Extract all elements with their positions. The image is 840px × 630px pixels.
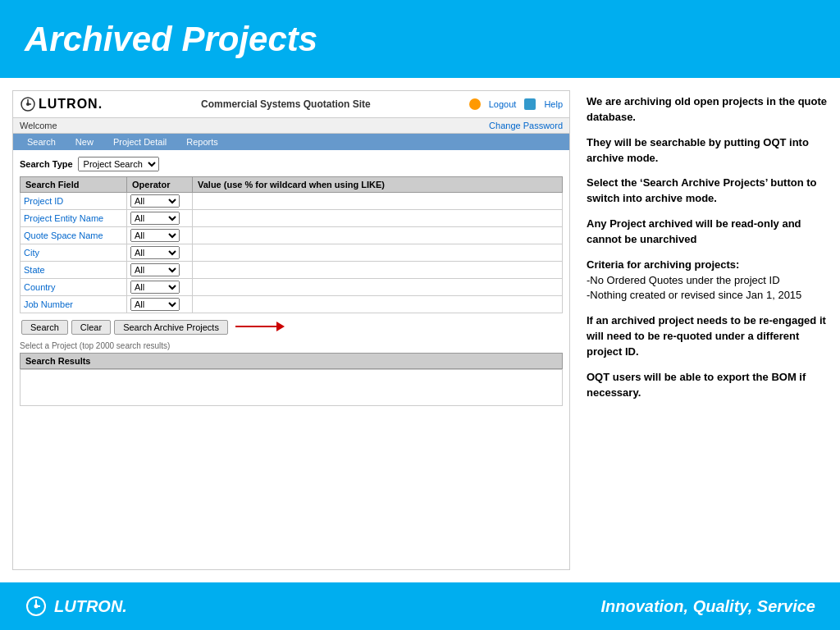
value-input-entity-name[interactable] (196, 213, 541, 223)
app-search-area: Search Type Project Search Search Field … (13, 150, 569, 413)
logout-link[interactable]: Logout (489, 99, 517, 109)
value-entity-name (193, 210, 563, 227)
field-entity-name: Project Entity Name (21, 210, 127, 227)
select-project-hint: Select a Project (top 2000 search result… (20, 341, 563, 350)
svg-point-5 (34, 605, 39, 609)
footer-logo-text: LUTRON. (54, 597, 127, 616)
footer-lutron-icon (25, 595, 48, 618)
operator-select-quote-space[interactable]: All (130, 229, 180, 242)
table-row: Project Entity Name All (21, 210, 563, 227)
lutron-logo-icon (20, 96, 36, 112)
operator-select-state[interactable]: All (130, 263, 180, 276)
value-input-state[interactable] (196, 265, 541, 275)
value-quote-space (193, 227, 563, 244)
clear-button[interactable]: Clear (71, 320, 111, 335)
value-input-quote-space[interactable] (196, 231, 541, 240)
search-archive-button[interactable]: Search Archive Projects (114, 320, 228, 335)
operator-select-city[interactable]: All (130, 246, 180, 259)
footer-logo: LUTRON. (25, 595, 127, 618)
change-password-link[interactable]: Change Password (489, 121, 563, 130)
app-screenshot: LUTRON. Commercial Systems Quotation Sit… (12, 90, 570, 570)
nav-search[interactable]: Search (17, 134, 66, 150)
search-results-header: Search Results (20, 353, 563, 369)
operator-select-country[interactable]: All (130, 281, 180, 294)
criteria-line-2: -Nothing created or revised since Jan 1,… (587, 289, 801, 301)
footer-tagline: Innovation, Quality, Service (600, 597, 815, 616)
app-site-title: Commercial Systems Quotation Site (201, 98, 371, 110)
search-type-label: Search Type (20, 159, 73, 169)
app-logo-text: LUTRON. (39, 97, 103, 112)
field-project-id: Project ID (21, 193, 127, 210)
main-content: LUTRON. Commercial Systems Quotation Sit… (0, 78, 840, 582)
welcome-text: Welcome (20, 121, 57, 130)
desc-paragraph-2: They will be searchable by putting OQT i… (587, 135, 828, 167)
value-city (193, 244, 563, 262)
search-table: Search Field Operator Value (use % for w… (20, 176, 563, 313)
desc-paragraph-5: Criteria for archiving projects: -No Ord… (587, 258, 828, 304)
field-state: State (21, 262, 127, 279)
col-header-value: Value (use % for wildcard when using LIK… (193, 177, 563, 193)
page-title: Archived Projects (25, 20, 317, 59)
operator-city: All (127, 244, 193, 262)
field-job-number: Job Number (21, 296, 127, 313)
search-type-select[interactable]: Project Search (78, 157, 159, 171)
desc-paragraph-7: OQT users will be able to export the BOM… (587, 370, 828, 401)
operator-entity-name: All (127, 210, 193, 227)
table-row: Quote Space Name All (21, 227, 563, 244)
page-header: Archived Projects (0, 0, 840, 78)
nav-reports[interactable]: Reports (176, 134, 228, 150)
description-panel: We are archiving old open projects in th… (582, 90, 828, 570)
app-header: LUTRON. Commercial Systems Quotation Sit… (13, 91, 569, 118)
app-welcome-bar: Welcome Change Password (13, 118, 569, 134)
search-results-area (20, 369, 563, 406)
app-buttons-row: Search Clear Search Archive Projects (20, 318, 563, 336)
field-country: Country (21, 279, 127, 296)
table-row: Country All (21, 279, 563, 296)
operator-select-entity-name[interactable]: All (130, 212, 180, 225)
svg-point-1 (26, 103, 30, 106)
value-input-city[interactable] (196, 248, 541, 258)
page-footer: LUTRON. Innovation, Quality, Service (0, 582, 840, 630)
value-input-country[interactable] (196, 282, 541, 292)
app-logo: LUTRON. (20, 96, 103, 112)
search-type-row: Search Type Project Search (20, 157, 563, 171)
desc-paragraph-3: Select the ‘Search Archive Projects’ but… (587, 176, 828, 207)
help-icon (524, 98, 536, 110)
help-link[interactable]: Help (544, 99, 563, 109)
value-country (193, 279, 563, 296)
operator-job-number: All (127, 296, 193, 313)
app-header-actions: Logout Help (469, 98, 563, 110)
search-button[interactable]: Search (21, 320, 68, 335)
value-project-id (193, 193, 563, 210)
value-state (193, 262, 563, 279)
col-header-operator: Operator (127, 177, 193, 193)
value-job-number (193, 296, 563, 313)
red-arrow-icon (235, 318, 285, 336)
value-input-job-number[interactable] (196, 299, 541, 309)
criteria-line-1: -No Ordered Quotes under the project ID (587, 274, 780, 286)
nav-new[interactable]: New (66, 134, 103, 150)
app-nav: Search New Project Detail Reports (13, 134, 569, 150)
desc-paragraph-1: We are archiving old open projects in th… (587, 94, 828, 126)
table-row: City All (21, 244, 563, 262)
table-row: Project ID All (21, 193, 563, 210)
operator-project-id: All (127, 193, 193, 210)
operator-select-job-number[interactable]: All (130, 298, 180, 311)
field-city: City (21, 244, 127, 262)
table-row: State All (21, 262, 563, 279)
svg-marker-3 (276, 322, 285, 331)
table-row: Job Number All (21, 296, 563, 313)
operator-state: All (127, 262, 193, 279)
operator-select-project-id[interactable]: All (130, 194, 180, 208)
field-quote-space: Quote Space Name (21, 227, 127, 244)
operator-quote-space: All (127, 227, 193, 244)
desc-paragraph-4: Any Project archived will be read-only a… (587, 217, 828, 248)
select-project-area: Select a Project (top 2000 search result… (20, 341, 563, 406)
col-header-field: Search Field (21, 177, 127, 193)
logout-icon (469, 98, 481, 110)
desc-paragraph-6: If an archived project needs to be re-en… (587, 313, 828, 360)
operator-country: All (127, 279, 193, 296)
nav-project-detail[interactable]: Project Detail (103, 134, 176, 150)
value-input-project-id[interactable] (196, 196, 541, 206)
